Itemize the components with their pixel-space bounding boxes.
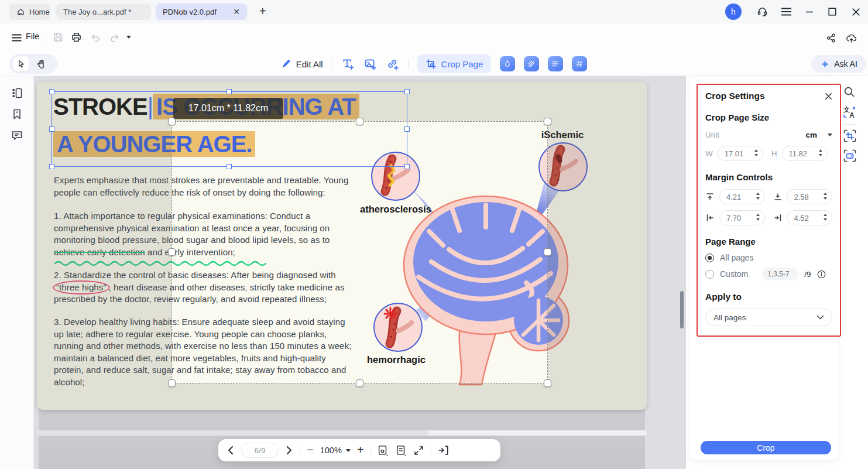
- tab-document-2-active[interactable]: PDNob v2.0.pdf ✕: [156, 4, 247, 20]
- all-pages-radio-label[interactable]: All pages: [720, 253, 754, 262]
- page-navigation-bar: 6/9 − 100% +: [218, 439, 500, 461]
- crop-page-button-active[interactable]: Crop Page: [417, 54, 492, 73]
- edit-all-label: Edit All: [296, 59, 323, 69]
- crop-size-tooltip: 17.01cm * 11.82cm: [173, 98, 283, 119]
- custom-range-radio[interactable]: [705, 270, 714, 279]
- crop-confirm-button[interactable]: Crop: [701, 441, 831, 454]
- page-number-button[interactable]: [572, 56, 587, 71]
- add-link-button[interactable]: [386, 57, 399, 71]
- zoom-out-button[interactable]: −: [307, 443, 314, 457]
- zoom-dropdown-caret-icon[interactable]: [346, 449, 351, 452]
- print-icon[interactable]: [71, 32, 82, 43]
- divider: [370, 444, 370, 456]
- selection-handle-bottom-right[interactable]: [404, 164, 410, 169]
- background-button[interactable]: [524, 56, 539, 71]
- crop-icon: [426, 59, 437, 70]
- previous-page-icon[interactable]: [227, 446, 235, 455]
- all-pages-radio-selected[interactable]: [705, 254, 714, 262]
- watermark-button[interactable]: [500, 56, 515, 71]
- toolbar-more-caret-icon[interactable]: [126, 36, 131, 39]
- pdf-page: STROKE|IS OCCURRING AT A YOUNGER AGE. Ex…: [37, 82, 647, 410]
- new-tab-button[interactable]: +: [259, 5, 266, 18]
- zoom-in-button[interactable]: +: [357, 443, 364, 457]
- header-footer-button[interactable]: [548, 56, 563, 71]
- zoom-level-value[interactable]: 100%: [320, 446, 342, 455]
- ask-ai-button[interactable]: Ask AI: [811, 55, 866, 73]
- close-panel-icon[interactable]: [825, 93, 832, 100]
- margin-left-stepper[interactable]: [756, 214, 760, 221]
- margin-controls-heading: Margin Controls: [705, 172, 832, 182]
- save-icon[interactable]: [53, 32, 64, 43]
- tab-close-icon[interactable]: ✕: [233, 7, 240, 16]
- minimize-button[interactable]: [800, 0, 819, 23]
- horizontal-scrollbar-thumb[interactable]: [37, 430, 428, 436]
- horizontal-scrollbar[interactable]: [37, 430, 647, 436]
- bookmarks-panel-icon[interactable]: [11, 108, 23, 121]
- margin-right-stepper[interactable]: [824, 214, 827, 221]
- crop-panel-card: Crop Settings Crop Page Size Unit cm W H: [689, 77, 838, 460]
- selection-handle-top-center[interactable]: [227, 89, 232, 94]
- apply-to-select[interactable]: All pages: [705, 309, 832, 326]
- fullscreen-icon[interactable]: [413, 445, 424, 456]
- vertical-scrollbar-thumb[interactable]: [680, 291, 684, 328]
- crop-handle-top-right[interactable]: [544, 118, 551, 125]
- page-layout-icon[interactable]: [395, 444, 407, 456]
- width-input-group: [718, 146, 763, 161]
- unit-value: cm: [805, 131, 817, 139]
- margin-top-stepper[interactable]: [756, 193, 760, 200]
- selection-handle-bottom-center[interactable]: [227, 164, 232, 169]
- crop-handle-mid-left[interactable]: [168, 248, 176, 256]
- close-window-button[interactable]: [846, 0, 866, 23]
- divider: [46, 33, 46, 43]
- custom-range-input[interactable]: [762, 268, 798, 280]
- main-menu-icon[interactable]: [781, 8, 792, 16]
- read-mode-icon[interactable]: [377, 444, 389, 456]
- tab-home[interactable]: Home: [9, 4, 50, 20]
- margin-bottom-stepper[interactable]: [824, 193, 827, 200]
- page-indicator-input[interactable]: 6/9: [241, 443, 279, 458]
- screenshot-crop-icon[interactable]: [843, 129, 857, 143]
- cloud-upload-icon[interactable]: [845, 33, 857, 43]
- selection-handle-mid-right[interactable]: [404, 126, 410, 132]
- width-stepper[interactable]: [754, 149, 758, 156]
- custom-range-radio-label[interactable]: Custom: [720, 269, 748, 279]
- file-menu-icon[interactable]: [12, 34, 22, 42]
- info-icon[interactable]: [817, 270, 826, 279]
- unit-dropdown[interactable]: cm: [805, 131, 832, 139]
- selection-handle-mid-left[interactable]: [49, 126, 54, 132]
- share-icon[interactable]: [826, 33, 836, 43]
- height-stepper[interactable]: [819, 149, 822, 156]
- crop-handle-bottom-left[interactable]: [168, 379, 176, 387]
- crop-handle-bottom-center[interactable]: [356, 379, 363, 387]
- add-image-button[interactable]: [363, 57, 377, 71]
- right-panel: Crop Settings Crop Page Size Unit cm W H: [686, 76, 868, 469]
- crop-handle-mid-right[interactable]: [544, 248, 551, 256]
- page-range-heading: Page Range: [705, 237, 832, 247]
- maximize-button[interactable]: [822, 0, 842, 23]
- avatar-initial: h: [731, 7, 736, 16]
- comments-panel-icon[interactable]: [11, 129, 23, 142]
- divider: [332, 59, 332, 69]
- next-page-icon[interactable]: [285, 446, 293, 455]
- menu-bar: File Home Comment Edit Convert Page Prot…: [0, 23, 868, 52]
- search-icon[interactable]: [843, 85, 857, 100]
- file-menu-label[interactable]: File: [26, 32, 39, 41]
- tab-document-1[interactable]: The Joy o...ark.pdf *: [56, 4, 151, 20]
- add-text-button[interactable]: [341, 57, 355, 71]
- edit-all-button[interactable]: Edit All: [281, 59, 323, 69]
- translate-icon[interactable]: 文 A: [843, 105, 857, 119]
- selection-handle-top-right[interactable]: [404, 89, 410, 94]
- margin-right-icon: [773, 213, 783, 222]
- selection-handle-bottom-left[interactable]: [49, 164, 54, 169]
- divider: [431, 444, 431, 456]
- undo-icon[interactable]: [90, 33, 101, 43]
- redo-icon[interactable]: [109, 33, 121, 43]
- support-headset-icon[interactable]: [756, 5, 768, 18]
- screen-capture-area-icon[interactable]: [843, 149, 857, 163]
- crop-handle-bottom-right[interactable]: [544, 379, 551, 387]
- selection-handle-top-left[interactable]: [49, 89, 54, 94]
- user-avatar[interactable]: h: [725, 4, 742, 20]
- thumbnails-panel-icon[interactable]: [11, 87, 23, 100]
- margin-right-input-group: [787, 210, 832, 225]
- toggle-panel-icon[interactable]: [438, 444, 450, 456]
